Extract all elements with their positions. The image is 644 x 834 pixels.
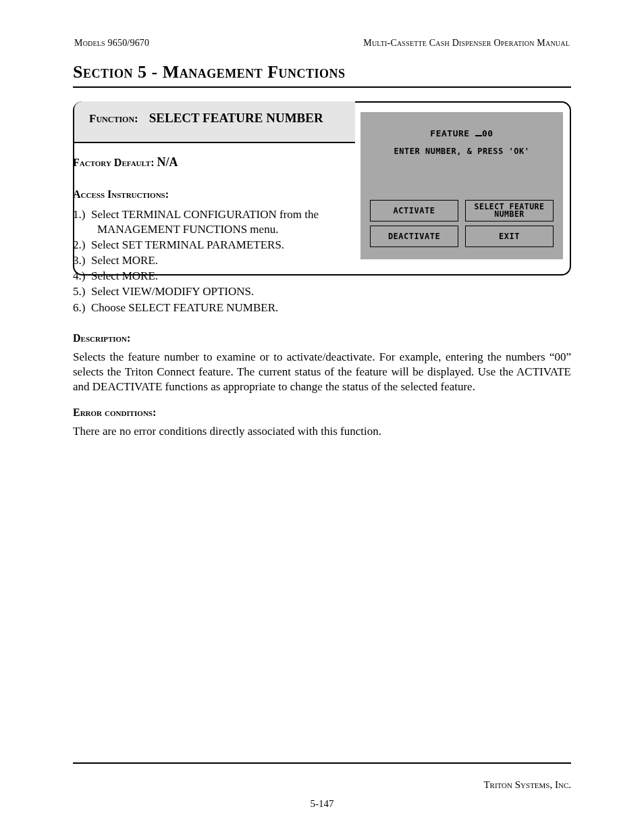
left-column: Factory Default: N/A Access Instructions… xyxy=(73,155,353,316)
main-content: Function: SELECT FEATURE NUMBER FEATURE … xyxy=(73,101,571,439)
function-name: SELECT FEATURE NUMBER xyxy=(149,111,323,125)
factory-default-value: N/A xyxy=(157,155,178,169)
footer-company: Triton Systems, Inc. xyxy=(483,779,571,791)
list-item: 1.) Select TERMINAL CONFIGURATION from t… xyxy=(73,207,353,237)
description-label: Description: xyxy=(73,332,571,344)
section-title: Section 5 - Management Functions xyxy=(73,62,603,82)
function-label: Function: xyxy=(89,112,138,125)
terminal-feature-value: 00 xyxy=(482,128,493,138)
terminal-btn-activate[interactable]: ACTIVATE xyxy=(370,200,458,221)
description-text: Selects the feature number to examine or… xyxy=(73,350,571,394)
terminal-btn-select-feature-number[interactable]: SELECT FEATURE NUMBER xyxy=(465,200,554,221)
header-right: Multi-Cassette Cash Dispenser Operation … xyxy=(363,38,570,49)
factory-default-label: Factory Default: xyxy=(73,157,155,168)
terminal-btn-exit[interactable]: EXIT xyxy=(465,226,554,247)
page: Models 9650/9670 Multi-Cassette Cash Dis… xyxy=(0,0,644,834)
list-item: 3.) Select MORE. xyxy=(73,253,353,268)
footer-page-number: 5-147 xyxy=(0,798,644,810)
terminal-buttons: ACTIVATE SELECT FEATURE NUMBER DEACTIVAT… xyxy=(370,200,554,247)
access-instructions-label: Access Instructions: xyxy=(73,188,353,201)
below-block: Description: Selects the feature number … xyxy=(73,332,571,439)
terminal-line-feature: FEATURE 00 xyxy=(360,128,563,138)
terminal-cursor-icon xyxy=(475,135,482,136)
list-item: 5.) Select VIEW/MODIFY OPTIONS. xyxy=(73,284,353,299)
header-left: Models 9650/9670 xyxy=(74,38,149,49)
function-block: Function: SELECT FEATURE NUMBER FEATURE … xyxy=(73,101,571,143)
footer-rule xyxy=(73,762,571,764)
error-conditions-text: There are no error conditions directly a… xyxy=(73,424,571,439)
error-conditions-label: Error conditions: xyxy=(73,407,571,419)
running-header: Models 9650/9670 Multi-Cassette Cash Dis… xyxy=(74,38,570,49)
terminal-screenshot: FEATURE 00 ENTER NUMBER, & PRESS 'OK' AC… xyxy=(360,112,563,259)
list-item: 4.) Select MORE. xyxy=(73,269,353,284)
list-item: 2.) Select SET TERMINAL PARAMETERS. xyxy=(73,238,353,253)
list-item: 6.) Choose SELECT FEATURE NUMBER. xyxy=(73,301,353,315)
factory-default-row: Factory Default: N/A xyxy=(73,155,353,170)
function-title-box: Function: SELECT FEATURE NUMBER xyxy=(74,101,355,143)
terminal-feature-label: FEATURE xyxy=(430,128,475,138)
terminal-line-prompt: ENTER NUMBER, & PRESS 'OK' xyxy=(360,147,563,156)
access-instructions-list: 1.) Select TERMINAL CONFIGURATION from t… xyxy=(73,207,353,315)
title-rule xyxy=(73,86,571,88)
terminal-btn-deactivate[interactable]: DEACTIVATE xyxy=(370,226,458,247)
